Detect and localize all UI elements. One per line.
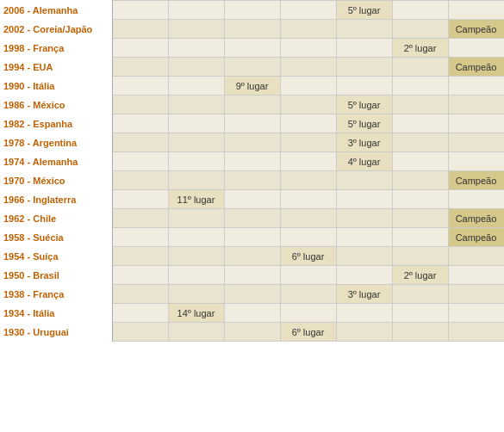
table-row: 2006 - Alemanha5º lugar <box>0 1 504 20</box>
result-cell <box>224 209 280 228</box>
year-label: 1934 - Itália <box>0 304 112 323</box>
result-cell <box>280 20 336 39</box>
result-cell <box>392 247 448 266</box>
year-label: 1978 - Argentina <box>0 133 112 152</box>
table-row: 1986 - México5º lugar <box>0 96 504 114</box>
table-row: 1934 - Itália14º lugar <box>0 304 504 323</box>
result-cell <box>168 228 224 247</box>
year-label: 1986 - México <box>0 96 112 114</box>
result-cell <box>112 152 168 171</box>
result-cell: 9º lugar <box>224 77 280 96</box>
table-row: 1974 - Alemanha4º lugar <box>0 152 504 171</box>
result-cell <box>112 171 168 190</box>
year-label: 1950 - Brasil <box>0 266 112 285</box>
table-row: 1966 - Inglaterra11º lugar <box>0 190 504 209</box>
result-cell <box>112 77 168 96</box>
result-cell <box>392 133 448 152</box>
result-cell <box>280 39 336 58</box>
result-cell <box>168 39 224 58</box>
result-cell <box>392 171 448 190</box>
result-cell <box>112 228 168 247</box>
result-cell: Campeão <box>448 171 504 190</box>
result-cell <box>224 133 280 152</box>
result-cell: Campeão <box>448 20 504 39</box>
year-label: 1962 - Chile <box>0 209 112 228</box>
result-cell <box>168 323 224 342</box>
table-row: 1958 - SuéciaCampeão <box>0 228 504 247</box>
result-cell <box>392 20 448 39</box>
result-cell <box>280 1 336 20</box>
result-cell: 3º lugar <box>336 133 392 152</box>
result-cell <box>392 285 448 304</box>
result-cell <box>168 1 224 20</box>
year-label: 1970 - México <box>0 171 112 190</box>
result-cell <box>112 39 168 58</box>
result-cell: 3º lugar <box>336 285 392 304</box>
table-row: 1998 - França2º lugar <box>0 39 504 58</box>
result-cell: 5º lugar <box>336 1 392 20</box>
result-cell <box>448 39 504 58</box>
result-cell <box>168 77 224 96</box>
result-cell <box>448 77 504 96</box>
result-cell <box>224 304 280 323</box>
result-cell: 2º lugar <box>392 39 448 58</box>
result-cell <box>448 114 504 133</box>
result-cell <box>112 285 168 304</box>
table-row: 1994 - EUACampeão <box>0 58 504 77</box>
table-row: 1978 - Argentina3º lugar <box>0 133 504 152</box>
result-cell <box>168 247 224 266</box>
result-cell <box>336 228 392 247</box>
result-cell: 5º lugar <box>336 114 392 133</box>
result-cell <box>392 58 448 77</box>
result-cell <box>280 304 336 323</box>
result-cell <box>392 1 448 20</box>
result-cell <box>336 190 392 209</box>
year-label: 1994 - EUA <box>0 58 112 77</box>
result-cell <box>392 304 448 323</box>
table-row: 1982 - Espanha5º lugar <box>0 114 504 133</box>
result-cell <box>280 285 336 304</box>
year-label: 2006 - Alemanha <box>0 1 112 20</box>
result-cell <box>392 209 448 228</box>
result-cell <box>168 171 224 190</box>
year-label: 1966 - Inglaterra <box>0 190 112 209</box>
result-cell <box>336 20 392 39</box>
result-cell <box>448 1 504 20</box>
result-cell <box>224 58 280 77</box>
result-cell <box>336 77 392 96</box>
result-cell <box>224 114 280 133</box>
result-cell <box>448 285 504 304</box>
result-cell <box>392 228 448 247</box>
result-cell <box>112 133 168 152</box>
year-label: 1990 - Itália <box>0 77 112 96</box>
result-cell: 14º lugar <box>168 304 224 323</box>
result-cell <box>280 152 336 171</box>
result-cell <box>224 39 280 58</box>
year-label: 1930 - Uruguai <box>0 323 112 342</box>
result-cell <box>448 266 504 285</box>
result-cell <box>280 171 336 190</box>
result-cell <box>112 247 168 266</box>
result-cell <box>112 209 168 228</box>
table-row: 1970 - MéxicoCampeão <box>0 171 504 190</box>
result-cell <box>280 228 336 247</box>
table-row: 1930 - Uruguai6º lugar <box>0 323 504 342</box>
table-row: 1962 - ChileCampeão <box>0 209 504 228</box>
results-table: 2006 - Alemanha5º lugar2002 - Coreia/Jap… <box>0 0 504 342</box>
result-cell <box>336 247 392 266</box>
result-cell <box>280 77 336 96</box>
result-cell <box>392 77 448 96</box>
year-label: 2002 - Coreia/Japão <box>0 20 112 39</box>
result-cell <box>448 133 504 152</box>
result-cell <box>224 1 280 20</box>
result-cell <box>168 58 224 77</box>
result-cell <box>112 266 168 285</box>
result-cell <box>168 209 224 228</box>
result-cell: 2º lugar <box>392 266 448 285</box>
year-label: 1958 - Suécia <box>0 228 112 247</box>
result-cell <box>392 114 448 133</box>
result-cell <box>112 304 168 323</box>
result-cell <box>168 133 224 152</box>
result-cell <box>112 58 168 77</box>
result-cell <box>224 266 280 285</box>
